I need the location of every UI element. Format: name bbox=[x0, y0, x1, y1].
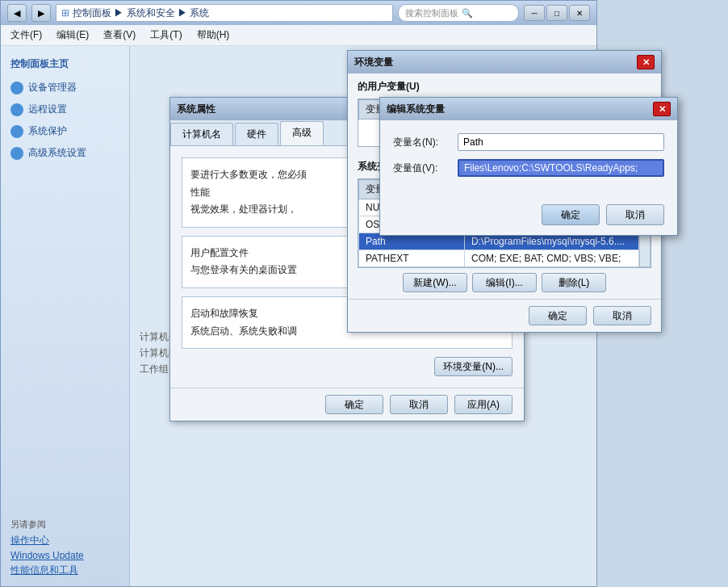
sysprop-cancel[interactable]: 取消 bbox=[390, 395, 448, 414]
tab-advanced[interactable]: 高级 bbox=[280, 121, 324, 145]
device-manager-icon bbox=[10, 82, 23, 94]
search-placeholder: 搜索控制面板 bbox=[405, 7, 458, 19]
sidebar-title: 控制面板主页 bbox=[1, 52, 129, 76]
editvar-value-row: 变量值(V): bbox=[393, 159, 664, 177]
table-row[interactable]: PATHEXTCOM; EXE; BAT; CMD; VBS; VBE; bbox=[359, 250, 639, 267]
sidebar-item-label-device: 设备管理器 bbox=[28, 81, 77, 94]
cp-titlebar: ◀ ▶ ⊞ 控制面板 ▶ 系统和安全 ▶ 系统 搜索控制面板 🔍 ─ □ ✕ bbox=[1, 1, 596, 25]
sidebar-item-label-protection: 系统保护 bbox=[28, 124, 67, 138]
editvar-footer: 确定 取消 bbox=[380, 198, 677, 235]
close-button[interactable]: ✕ bbox=[569, 5, 590, 21]
link-action-center[interactable]: 操作中心 bbox=[10, 534, 119, 547]
menu-file[interactable]: 文件(F) bbox=[4, 27, 48, 44]
forward-button[interactable]: ▶ bbox=[31, 4, 51, 22]
maximize-button[interactable]: □ bbox=[546, 5, 567, 21]
envvar-user-title: 的用户变量(U) bbox=[358, 80, 651, 94]
sidebar-item-label-remote: 远程设置 bbox=[28, 103, 67, 116]
protection-icon bbox=[10, 125, 23, 138]
editvar-ok[interactable]: 确定 bbox=[542, 204, 600, 225]
sysprop-footer: 确定 取消 应用(A) bbox=[170, 388, 524, 421]
titlebar-buttons: ─ □ ✕ bbox=[524, 5, 590, 21]
env-var-button[interactable]: 环境变量(N)... bbox=[434, 357, 513, 376]
new-button[interactable]: 新建(W)... bbox=[403, 273, 467, 292]
sidebar-item-protection[interactable]: 系统保护 bbox=[1, 121, 129, 141]
menu-edit[interactable]: 编辑(E) bbox=[50, 27, 95, 44]
editvar-close-btn[interactable]: ✕ bbox=[653, 102, 671, 116]
see-also-section: 另请参阅 操作中心 Windows Update 性能信息和工具 bbox=[1, 518, 129, 580]
editvar-value-input[interactable] bbox=[458, 159, 664, 177]
link-windows-update[interactable]: Windows Update bbox=[10, 550, 119, 561]
editvar-body: 变量名(N): 变量值(V): bbox=[380, 120, 677, 198]
menu-tools[interactable]: 工具(T) bbox=[144, 27, 188, 44]
editvar-name-row: 变量名(N): bbox=[393, 133, 664, 151]
editvar-name-input[interactable] bbox=[458, 133, 664, 151]
sysprop-apply[interactable]: 应用(A) bbox=[454, 395, 513, 414]
envvar-footer: 确定 取消 bbox=[348, 299, 661, 332]
editvar-value-label: 变量值(V): bbox=[393, 161, 450, 175]
sidebar: 控制面板主页 设备管理器 远程设置 系统保护 高级系统设置 另请参阅 操作中心 … bbox=[1, 46, 130, 586]
menu-help[interactable]: 帮助(H) bbox=[190, 27, 236, 44]
editvar-title: 编辑系统变量 bbox=[387, 103, 445, 116]
search-box[interactable]: 搜索控制面板 🔍 bbox=[398, 4, 519, 22]
sysprop-ok[interactable]: 确定 bbox=[325, 395, 383, 414]
sidebar-item-device-manager[interactable]: 设备管理器 bbox=[1, 78, 129, 98]
tab-hardware[interactable]: 硬件 bbox=[235, 123, 278, 145]
tab-computer-name[interactable]: 计算机名 bbox=[170, 123, 233, 145]
sidebar-item-advanced[interactable]: 高级系统设置 bbox=[1, 143, 129, 163]
minimize-button[interactable]: ─ bbox=[524, 5, 545, 21]
advanced-icon bbox=[10, 147, 23, 160]
remote-icon bbox=[10, 103, 23, 116]
link-performance[interactable]: 性能信息和工具 bbox=[10, 564, 119, 577]
sys-row-buttons: 新建(W)... 编辑(I)... 删除(L) bbox=[358, 273, 651, 292]
back-button[interactable]: ◀ bbox=[7, 4, 27, 22]
see-also-title: 另请参阅 bbox=[10, 518, 119, 530]
envvar-cancel[interactable]: 取消 bbox=[593, 306, 651, 325]
envvar-close-btn[interactable]: ✕ bbox=[637, 55, 655, 69]
sidebar-item-remote[interactable]: 远程设置 bbox=[1, 99, 129, 119]
editvar-cancel[interactable]: 取消 bbox=[606, 204, 664, 225]
delete-button[interactable]: 删除(L) bbox=[542, 273, 606, 292]
sidebar-item-label-advanced: 高级系统设置 bbox=[28, 146, 86, 160]
envvar-titlebar: 环境变量 ✕ bbox=[348, 51, 661, 73]
breadcrumb: ⊞ 控制面板 ▶ 系统和安全 ▶ 系统 bbox=[56, 4, 393, 22]
menu-view[interactable]: 查看(V) bbox=[97, 27, 142, 44]
menubar: 文件(F) 编辑(E) 查看(V) 工具(T) 帮助(H) bbox=[1, 25, 596, 46]
editvar-titlebar: 编辑系统变量 ✕ bbox=[380, 98, 677, 120]
edit-var-dialog: 编辑系统变量 ✕ 变量名(N): 变量值(V): 确定 取消 bbox=[379, 97, 678, 236]
sysprop-title: 系统属性 bbox=[177, 103, 215, 116]
envvar-title: 环境变量 bbox=[354, 56, 393, 69]
editvar-name-label: 变量名(N): bbox=[393, 136, 450, 149]
breadcrumb-text: 控制面板 ▶ 系统和安全 ▶ 系统 bbox=[73, 6, 209, 20]
envvar-ok[interactable]: 确定 bbox=[529, 306, 587, 325]
edit-button[interactable]: 编辑(I)... bbox=[472, 273, 537, 292]
